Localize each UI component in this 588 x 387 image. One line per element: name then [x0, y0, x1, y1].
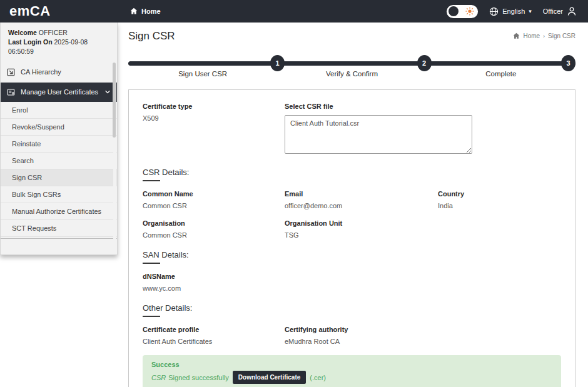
success-message-csr: CSR — [151, 374, 166, 381]
field-value: Common CSR — [143, 231, 285, 239]
organisation-unit-field: Organisation Unit TSG — [285, 219, 438, 239]
step-number: 2 — [422, 59, 426, 67]
csr-file-label: Select CSR file — [285, 103, 561, 110]
sidebar-item-manage-user-certificates[interactable]: Manage User Certificates — [1, 83, 117, 102]
sidebar-scrollbar[interactable] — [113, 61, 116, 244]
email-field: Email officer@demo.com — [285, 190, 438, 209]
app-logo: emCA — [0, 3, 118, 19]
field-label: Certifying authority — [285, 326, 438, 333]
sidebar-item-manual-authorize-certificates[interactable]: Manual Authorize Certificates — [1, 203, 117, 220]
hierarchy-icon — [7, 68, 15, 76]
country-field: Country India — [438, 190, 561, 209]
home-icon — [130, 8, 138, 15]
breadcrumb-current: Sign CSR — [548, 33, 575, 39]
field-label: Common Name — [143, 190, 285, 198]
sidebar-item-label: Enrol — [12, 106, 28, 114]
breadcrumb-separator: › — [543, 33, 545, 39]
sidebar-item-enrol[interactable]: Enrol — [1, 102, 117, 119]
field-label: Email — [285, 190, 438, 198]
step-1-label: Sign User CSR — [128, 70, 277, 78]
sidebar-menu: CA Hierarchy Manage User Certificates En… — [1, 61, 117, 244]
san-details-section: SAN Details: dNSName www.yc.com — [143, 250, 561, 292]
csr-file-textarea[interactable]: Client Auth Tutorial.csr — [285, 115, 472, 154]
main-content: Sign CSR Home › Sign CSR 1 2 3 Sign User… — [118, 23, 588, 387]
sidebar-item-manage-ca-certificates[interactable]: Manage CA Certificates — [1, 244, 117, 244]
step-3-dot: 3 — [561, 55, 575, 71]
language-label: English — [502, 8, 525, 15]
section-underline — [143, 180, 160, 181]
field-value: India — [438, 202, 561, 209]
field-value: Common CSR — [143, 202, 285, 209]
field-label: dNSName — [143, 273, 285, 280]
field-value: TSG — [285, 231, 438, 239]
step-3-label: Complete — [427, 70, 575, 78]
sidebar-item-label: Search — [12, 157, 34, 164]
organisation-field: Organisation Common CSR — [143, 219, 285, 239]
csr-details-heading: CSR Details: — [143, 168, 561, 177]
section-underline — [143, 263, 160, 264]
sidebar-item-label: Manual Authorize Certificates — [12, 208, 101, 215]
step-number: 1 — [276, 59, 280, 67]
field-label: Certificate profile — [143, 326, 285, 333]
certificate-profile-field: Certificate profile Client Auth Certific… — [143, 326, 285, 345]
success-alert: Success CSR Signed successfully Download… — [143, 355, 561, 387]
sidebar-divider — [1, 238, 117, 239]
other-details-section: Other Details: Certificate profile Clien… — [143, 303, 561, 345]
user-menu[interactable]: Officer — [543, 6, 577, 16]
progress-stepper: 1 2 3 Sign User CSR Verify & Confirm Com… — [128, 56, 575, 85]
certificate-type-field: Certificate type X509 — [143, 103, 285, 156]
welcome-label: Welcome — [8, 29, 37, 36]
sidebar-item-label: Manage User Certificates — [21, 88, 98, 96]
other-details-heading: Other Details: — [143, 303, 561, 313]
csr-details-section: CSR Details: Common Name Common CSR Emai… — [143, 168, 561, 239]
certificate-icon — [7, 88, 15, 96]
field-label: Organisation Unit — [285, 219, 438, 227]
user-label: Officer — [543, 8, 563, 15]
sidebar: Welcome OFFICER Last Login On 2025-09-08… — [0, 23, 118, 255]
chevron-down-icon — [104, 89, 111, 95]
success-title: Success — [151, 361, 552, 368]
sidebar-item-revoke-suspend[interactable]: Revoke/Suspend — [1, 119, 117, 136]
page-title: Sign CSR — [128, 30, 175, 43]
sidebar-welcome: Welcome OFFICER Last Login On 2025-09-08… — [1, 23, 117, 61]
certificate-type-value: X509 — [143, 114, 285, 122]
csr-file-field: Select CSR file Client Auth Tutorial.csr — [285, 103, 561, 156]
last-login-label: Last Login On — [8, 38, 53, 46]
step-2-label: Verify & Confirm — [277, 70, 426, 78]
san-details-heading: SAN Details: — [143, 250, 561, 259]
sidebar-item-sct-requests[interactable]: SCT Requests — [1, 220, 117, 237]
success-message-suffix: (.cer) — [310, 374, 326, 381]
common-name-field: Common Name Common CSR — [143, 190, 285, 209]
sidebar-item-label: Reinstate — [12, 140, 41, 148]
sidebar-item-search[interactable]: Search — [1, 153, 117, 169]
globe-icon — [489, 7, 499, 16]
sidebar-item-label: Revoke/Suspend — [12, 123, 64, 131]
sidebar-item-label: SCT Requests — [12, 224, 56, 232]
stepper-bar — [128, 61, 575, 66]
top-navbar: emCA Home — [0, 0, 588, 23]
toggle-knob-icon — [449, 6, 459, 16]
breadcrumb-home[interactable]: Home — [523, 33, 540, 39]
sidebar-item-sign-csr[interactable]: Sign CSR — [1, 169, 117, 186]
sidebar-item-bulk-sign-csrs[interactable]: Bulk Sign CSRs — [1, 186, 117, 203]
language-selector[interactable]: English ▾ — [489, 7, 532, 16]
download-certificate-button[interactable]: Download Certificate — [233, 371, 306, 384]
sidebar-item-ca-hierarchy[interactable]: CA Hierarchy — [1, 64, 117, 81]
section-underline — [143, 316, 160, 317]
step-1-dot: 1 — [270, 55, 285, 71]
sign-csr-panel: Certificate type X509 Select CSR file Cl… — [128, 89, 575, 387]
breadcrumb: Home › Sign CSR — [513, 33, 575, 39]
sun-icon — [465, 7, 474, 18]
scrollbar-thumb[interactable] — [113, 63, 116, 138]
welcome-user: OFFICER — [39, 29, 68, 36]
theme-toggle[interactable] — [447, 5, 478, 18]
sidebar-item-label: Bulk Sign CSRs — [12, 191, 61, 198]
sidebar-item-label: CA Hierarchy — [21, 68, 61, 76]
sidebar-item-reinstate[interactable]: Reinstate — [1, 136, 117, 153]
user-icon — [567, 6, 577, 16]
nav-home[interactable]: Home — [130, 8, 161, 15]
step-number: 3 — [566, 59, 570, 67]
step-2-dot: 2 — [417, 55, 432, 71]
home-icon — [513, 33, 520, 39]
certifying-authority-field: Certifying authority eMudhra Root CA — [285, 326, 438, 345]
